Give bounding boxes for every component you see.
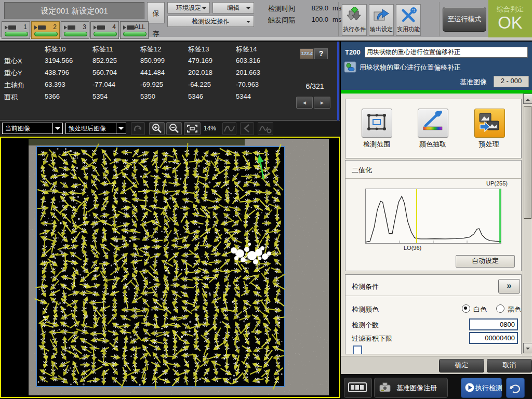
radio-white[interactable] — [462, 304, 470, 313]
filmstrip-icon — [344, 378, 370, 396]
detect-count-input[interactable] — [469, 318, 518, 330]
fit-to-window-button[interactable] — [184, 122, 201, 135]
environment-settings-dropdown[interactable]: 环境设定 — [167, 2, 210, 14]
chevron-down-icon — [202, 7, 206, 11]
panel-divider — [337, 42, 339, 121]
to-run-mode-button[interactable]: 至运行模式 — [443, 7, 486, 32]
filter-area-label: 过滤面积下限 — [352, 334, 392, 343]
scene-tab-4[interactable]: 4 — [90, 21, 119, 39]
execution-condition-icon — [345, 7, 363, 23]
table-cell: 852.925 — [92, 57, 140, 69]
detect-time-label: 检测时间 — [268, 4, 295, 14]
refresh-image-button[interactable] — [131, 122, 145, 135]
status-bar-green — [341, 90, 532, 94]
scene-tab-all[interactable]: ALL — [120, 21, 149, 39]
utility-wrench-icon — [400, 7, 417, 23]
reference-image-value[interactable]: 2 - 000 — [494, 76, 529, 87]
color-extract-button[interactable] — [418, 109, 448, 138]
bottom-action-bar: 基准图像注册 执行检测 — [341, 374, 532, 399]
table-cell: 438.796 — [45, 69, 92, 81]
column-header: 标签13 — [188, 45, 236, 57]
play-icon — [465, 383, 474, 392]
partial-checkbox[interactable] — [353, 345, 362, 354]
tab-status-bar — [123, 32, 147, 36]
radio-white-label: 白色 — [473, 305, 487, 314]
scene-tab-3[interactable]: 3 — [61, 21, 89, 39]
ok-button[interactable]: 确定 — [439, 359, 484, 373]
table-cell: 441.484 — [140, 69, 188, 81]
preprocess-button[interactable] — [474, 109, 505, 138]
re-measure-button[interactable] — [506, 378, 525, 398]
output-settings-button[interactable]: 输出设定 — [369, 4, 394, 36]
detect-range-button[interactable] — [362, 109, 392, 138]
table-cell: 5346 — [188, 92, 236, 104]
scroll-up-button[interactable] — [523, 94, 532, 104]
unit-title-input[interactable] — [365, 47, 528, 58]
table-cell: 202.018 — [188, 69, 236, 81]
results-panel: 标签10 标签11 标签12 标签13 标签14 重心X 3194.566 85… — [0, 42, 340, 121]
table-cell: 850.999 — [140, 57, 188, 69]
tab-status-bar — [5, 32, 28, 36]
prev-page-button[interactable]: ◄ — [296, 97, 313, 109]
detect-condition-panel: 检测条件 » 检测颜色 白色 黑色 检测个数 过滤面积下限 — [345, 274, 522, 354]
top-toolbar: 设定001 新设定001 保存 环境设定 编辑 检测设定操作 1 2 3 4 — [0, 0, 532, 41]
column-header: 标签10 — [45, 45, 92, 57]
scene-tab-2[interactable]: 2 — [31, 21, 60, 39]
scroll-down-button[interactable] — [523, 343, 532, 353]
preprocess-label: 预处理 — [463, 140, 515, 149]
preprocess-icon — [475, 109, 503, 136]
image-viewer-toolbar: 当前图像 预处理后图像 — [0, 121, 340, 137]
output-settings-icon — [373, 7, 390, 23]
utility-functions-button[interactable]: 实用功能 — [396, 4, 421, 36]
row-label: 主轴角 — [4, 81, 45, 92]
detect-settings-operation-dropdown[interactable]: 检测设定操作 — [167, 16, 254, 27]
trigger-interval-value: 100.0 — [299, 16, 328, 23]
grayscale-histogram[interactable] — [365, 189, 501, 244]
unit-id: T200 — [345, 48, 361, 56]
image-strip-button[interactable] — [344, 378, 372, 398]
color-extract-eyedropper-icon — [418, 109, 447, 136]
inspection-image — [1, 138, 339, 397]
cancel-button[interactable]: 取消 — [487, 359, 532, 373]
fit-icon — [184, 123, 200, 135]
previous-view-button[interactable] — [240, 122, 254, 135]
edit-dropdown[interactable]: 编辑 — [212, 2, 254, 14]
waveform-icon — [223, 123, 236, 135]
help-button[interactable]: ? — [314, 48, 328, 59]
upper-threshold-label: UP(255) — [486, 180, 508, 187]
numeric-display-button[interactable]: 123.4 — [300, 48, 314, 59]
next-page-button[interactable]: ► — [314, 97, 330, 109]
results-table: 标签10 标签11 标签12 标签13 标签14 重心X 3194.566 85… — [4, 45, 284, 104]
zoom-in-button[interactable] — [149, 122, 165, 135]
filter-area-input[interactable] — [469, 332, 518, 344]
detect-condition-title: 检测条件 — [352, 282, 379, 291]
zoom-level: 14% — [204, 125, 216, 132]
save-button[interactable]: 保存 — [147, 2, 165, 23]
scene-tab-1[interactable]: 1 — [2, 21, 30, 39]
zoom-out-button[interactable] — [166, 122, 182, 135]
auto-set-button[interactable]: 自动设定 — [456, 255, 515, 268]
detect-range-icon — [362, 109, 391, 136]
trigger-interval-unit: ms — [332, 16, 341, 23]
detect-count-label: 检测个数 — [352, 321, 379, 330]
table-cell: 5350 — [140, 92, 188, 104]
execute-detection-button[interactable]: 执行检测 — [461, 378, 502, 398]
register-reference-image-button[interactable]: 基准图像注册 — [374, 378, 448, 398]
expand-button[interactable]: » — [498, 279, 520, 294]
profile-settings-button[interactable] — [258, 122, 273, 135]
tab-status-bar — [34, 32, 58, 36]
confirm-bar: 确定 取消 — [341, 356, 532, 374]
chevron-down-icon — [246, 7, 250, 11]
row-label: 面积 — [4, 92, 45, 104]
image-display-select[interactable]: 预处理后图像 — [65, 123, 126, 134]
radio-black[interactable] — [496, 304, 504, 313]
scrollbar-thumb[interactable] — [524, 106, 531, 219]
execution-condition-button[interactable]: 执行条件 — [342, 4, 367, 36]
image-source-select[interactable]: 当前图像 — [2, 123, 63, 134]
table-cell: -70.963 — [236, 81, 284, 92]
row-label: 重心X — [4, 57, 45, 69]
settings-scrollbar[interactable] — [523, 94, 531, 356]
overall-judgement-badge: 综合判定 OK — [488, 0, 532, 37]
profile-display-button[interactable] — [222, 122, 236, 135]
image-viewport[interactable] — [0, 137, 340, 398]
